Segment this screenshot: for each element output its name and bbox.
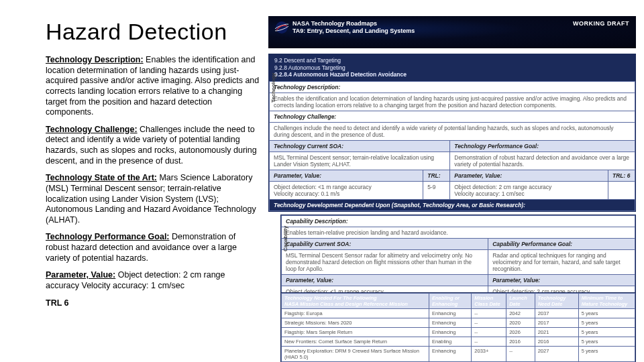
snapshot-technology: 9.2 Descent and Targeting 9.2.8 Autonomo… <box>268 54 636 212</box>
table-row: Flagship: Mars Sample ReturnEnhancing--2… <box>282 328 635 337</box>
left-column: Technology Description: Enables the iden… <box>46 55 260 315</box>
dependent-upon-bar: Technology Development Dependent Upon (S… <box>270 199 635 210</box>
breadcrumb: 9.2.8 Autonomous Targeting <box>274 64 630 72</box>
tech-trl: TRL 6 <box>46 298 260 309</box>
figure-header-line1: NASA Technology Roadmaps <box>292 20 415 27</box>
table-row: Planetary Exploration: DRM 9 Crewed Mars… <box>282 347 635 362</box>
figure-header-line2: TA9: Entry, Descent, and Landing Systems <box>292 27 415 35</box>
page-title: Hazard Detection <box>46 19 227 45</box>
slide: Hazard Detection Technology Description:… <box>0 0 644 362</box>
breadcrumb: 9.2.8.4 Autonomous Hazard Detection Avoi… <box>274 71 630 78</box>
working-draft-label: WORKING DRAFT <box>573 20 629 27</box>
svg-point-0 <box>276 21 288 34</box>
tech-challenge: Technology Challenge: Challenges include… <box>46 125 260 167</box>
snapshot-mission-table: Technology Needed For The Following NASA… <box>280 292 636 362</box>
table-row: New Frontiers: Comet Surface Sample Retu… <box>282 337 635 347</box>
tech-goal: Technology Performance Goal: Demonstrati… <box>46 232 260 263</box>
section-side-label: Capability <box>282 226 288 251</box>
section-side-label: Technology <box>270 73 276 103</box>
table-row: Flagship: EuropaEnhancing--204220375 yea… <box>282 309 635 318</box>
table-row: Strategic Missions: Mars 2020Enhancing--… <box>282 318 635 328</box>
snapshot-capability: Capability Capability Description: Enabl… <box>280 215 636 305</box>
tech-param-value: Parameter, Value: Object detection: 2 cm… <box>46 270 260 291</box>
nasa-logo-icon <box>275 21 288 34</box>
figure-header: NASA Technology Roadmaps TA9: Entry, Des… <box>268 16 636 48</box>
tech-description: Technology Description: Enables the iden… <box>46 55 260 118</box>
tech-soa: Technology State of the Art: Mars Scienc… <box>46 173 260 225</box>
breadcrumb: 9.2 Descent and Targeting <box>274 57 630 64</box>
